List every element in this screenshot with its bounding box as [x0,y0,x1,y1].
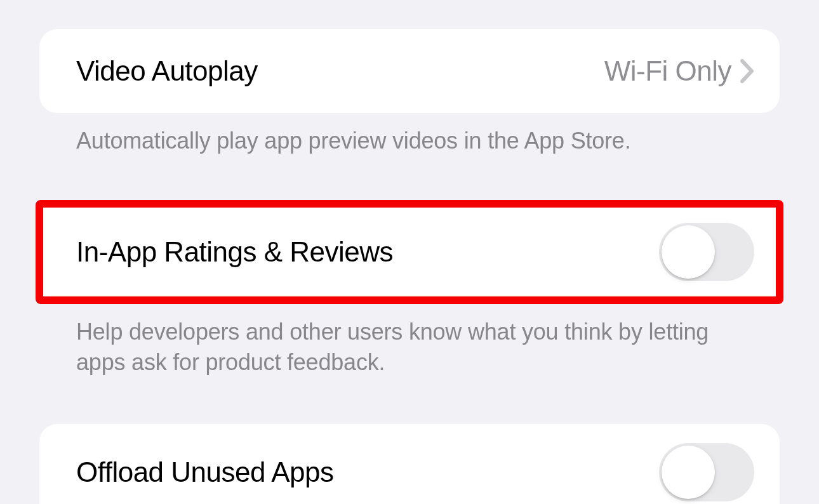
video-autoplay-footer: Automatically play app preview videos in… [39,113,780,157]
offload-unused-apps-row[interactable]: Offload Unused Apps [39,424,780,504]
offload-unused-apps-label: Offload Unused Apps [76,456,334,488]
chevron-right-icon [740,59,754,83]
video-autoplay-value: Wi-Fi Only [604,55,731,87]
in-app-ratings-toggle[interactable] [659,223,754,281]
toggle-knob [662,225,715,279]
video-autoplay-row[interactable]: Video Autoplay Wi-Fi Only [39,29,780,113]
toggle-knob [662,446,715,499]
video-autoplay-right: Wi-Fi Only [604,55,754,87]
in-app-ratings-row[interactable]: In-App Ratings & Reviews [39,204,780,300]
in-app-ratings-footer: Help developers and other users know wha… [39,304,780,378]
highlight-annotation: In-App Ratings & Reviews [36,200,783,304]
video-autoplay-label: Video Autoplay [76,55,258,87]
in-app-ratings-label: In-App Ratings & Reviews [76,236,393,268]
offload-unused-apps-toggle[interactable] [659,443,754,501]
